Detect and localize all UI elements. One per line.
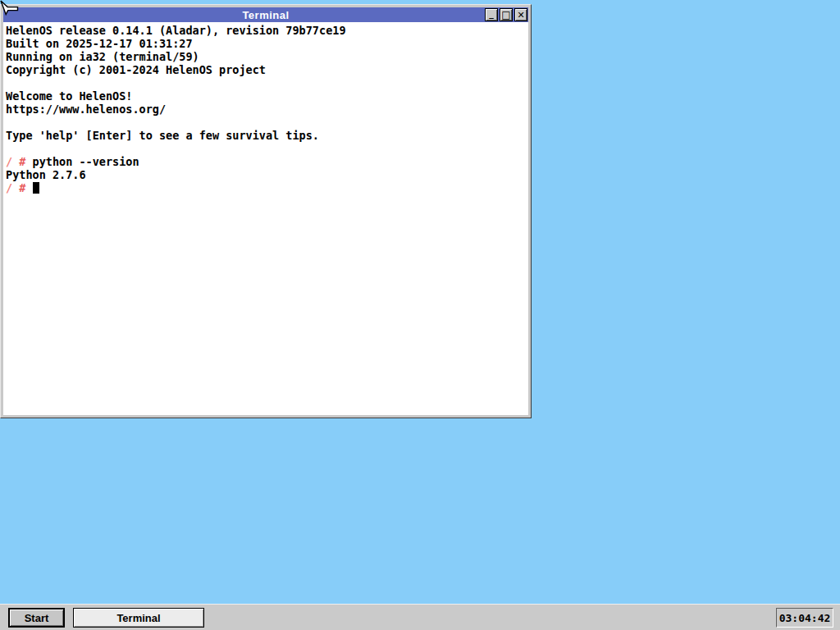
start-button[interactable]: Start: [8, 608, 65, 628]
terminal-line: Copyright (c) 2001-2024 HelenOS project: [6, 63, 528, 76]
terminal-line: https://www.helenos.org/: [6, 103, 528, 116]
close-button[interactable]: ✕: [514, 8, 527, 21]
terminal-line: Welcome to HelenOS!: [6, 89, 528, 103]
terminal-line: [6, 142, 528, 155]
window-titlebar[interactable]: Terminal _ □ ✕: [3, 7, 528, 22]
terminal-line: Built on 2025-12-17 01:31:27: [6, 37, 528, 50]
minimize-icon: _: [489, 8, 494, 19]
terminal-cursor: [33, 182, 39, 194]
taskbar-clock: 03:04:42: [776, 608, 833, 628]
close-icon: ✕: [517, 10, 524, 21]
terminal-line: / #: [6, 181, 528, 194]
taskbar-item-terminal[interactable]: Terminal: [73, 608, 204, 628]
minimize-button[interactable]: _: [485, 8, 498, 21]
terminal-window: Terminal _ □ ✕ HelenOS release 0.14.1 (A…: [0, 4, 532, 418]
terminal-line: / # python --version: [6, 155, 528, 168]
terminal-line: [6, 76, 528, 89]
window-controls: _ □ ✕: [485, 8, 527, 21]
terminal-line: Type 'help' [Enter] to see a few surviva…: [6, 129, 528, 142]
maximize-button[interactable]: □: [500, 8, 513, 21]
terminal-line: Running on ia32 (terminal/59): [6, 50, 528, 63]
terminal-line: Python 2.7.6: [6, 168, 528, 181]
window-title: Terminal: [242, 9, 289, 21]
taskbar: Start Terminal 03:04:42: [0, 604, 840, 630]
maximize-icon: □: [501, 9, 510, 21]
terminal-output[interactable]: HelenOS release 0.14.1 (Aladar), revisio…: [3, 22, 528, 415]
terminal-line: HelenOS release 0.14.1 (Aladar), revisio…: [6, 24, 528, 37]
terminal-line: [6, 116, 528, 129]
desktop: { "desktop": { "bg_color": "#87cdf9" }, …: [0, 0, 840, 630]
